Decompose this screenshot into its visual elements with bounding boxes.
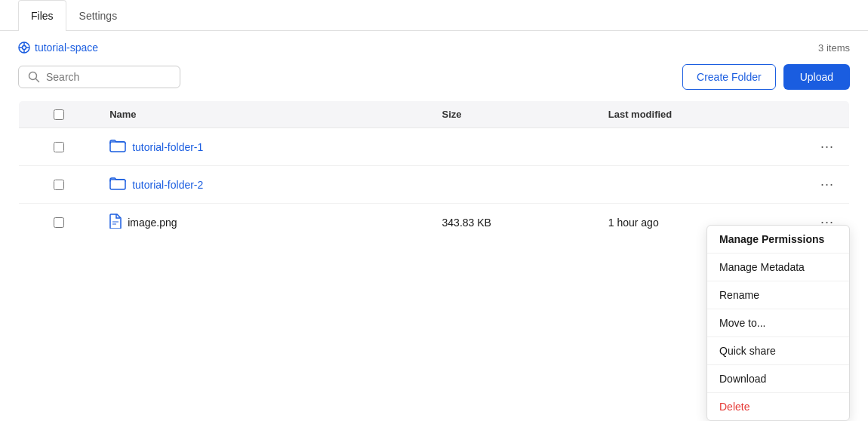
context-menu-item-4[interactable]: Quick share	[707, 337, 849, 364]
toolbar-buttons: Create Folder Upload	[682, 64, 850, 90]
tab-settings[interactable]: Settings	[66, 0, 131, 31]
breadcrumb[interactable]: tutorial-space	[18, 41, 98, 54]
row-checkbox-2[interactable]	[54, 217, 64, 228]
folder-name-cell[interactable]: tutorial-folder-2	[109, 177, 420, 192]
items-count: 3 items	[818, 42, 850, 54]
create-folder-button[interactable]: Create Folder	[682, 64, 776, 90]
svg-point-1	[23, 46, 26, 50]
folder-name-cell[interactable]: tutorial-folder-1	[109, 139, 420, 155]
search-box	[18, 66, 180, 88]
col-header-modified: Last modified	[598, 101, 805, 128]
select-all-checkbox[interactable]	[54, 109, 64, 120]
file-name-cell[interactable]: image.png	[109, 214, 420, 231]
table-row: tutorial-folder-2···	[19, 166, 850, 204]
table-row: tutorial-folder-1···	[19, 128, 850, 166]
item-size	[432, 166, 598, 204]
item-size: 343.83 KB	[432, 204, 598, 241]
folder-icon	[109, 139, 126, 155]
upload-button[interactable]: Upload	[783, 64, 850, 90]
col-header-actions	[805, 101, 850, 128]
context-menu-item-1[interactable]: Manage Metadata	[707, 254, 849, 281]
search-icon	[28, 71, 40, 83]
tab-files[interactable]: Files	[18, 0, 66, 31]
search-input[interactable]	[46, 71, 171, 83]
item-name: image.png	[128, 217, 177, 229]
context-menu-item-0[interactable]: Manage Permissions	[707, 226, 849, 253]
row-checkbox-1[interactable]	[54, 180, 64, 190]
more-menu-button-0[interactable]: ···	[816, 137, 839, 156]
col-header-name: Name	[99, 101, 431, 128]
svg-rect-8	[110, 142, 125, 152]
item-name: tutorial-folder-1	[132, 141, 203, 153]
more-menu-button-1[interactable]: ···	[816, 175, 839, 194]
table-header-row: Name Size Last modified	[19, 101, 850, 128]
file-table: Name Size Last modified tutorial-folder-…	[18, 100, 850, 241]
breadcrumb-row: tutorial-space 3 items	[0, 31, 868, 60]
col-header-checkbox	[19, 101, 100, 128]
folder-icon	[109, 177, 126, 192]
item-modified	[598, 128, 805, 166]
context-menu-item-6[interactable]: Delete	[707, 393, 849, 420]
context-menu-item-5[interactable]: Download	[707, 365, 849, 392]
row-checkbox-0[interactable]	[54, 142, 64, 152]
item-modified	[598, 166, 805, 204]
item-size	[432, 128, 598, 166]
context-menu-item-2[interactable]: Rename	[707, 281, 849, 309]
breadcrumb-label: tutorial-space	[35, 41, 98, 54]
svg-rect-9	[110, 180, 125, 189]
svg-line-7	[36, 79, 39, 82]
col-header-size: Size	[432, 101, 598, 128]
context-menu: Manage PermissionsManage MetadataRenameM…	[706, 225, 850, 421]
context-menu-item-3[interactable]: Move to...	[707, 309, 849, 336]
space-icon	[18, 41, 30, 54]
item-name: tutorial-folder-2	[132, 179, 203, 191]
file-icon	[109, 214, 122, 231]
tabs-bar: Files Settings	[0, 0, 868, 31]
toolbar: Create Folder Upload	[0, 60, 868, 100]
